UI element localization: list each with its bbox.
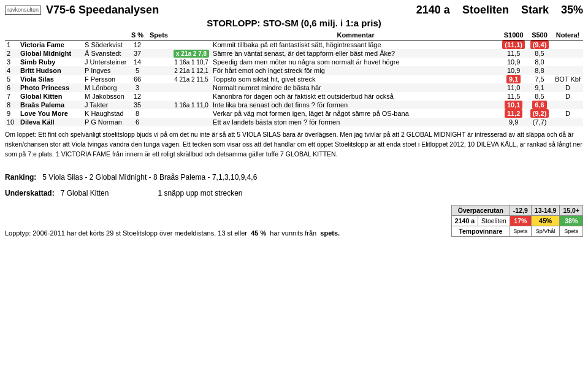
cell-sp: 3 — [129, 83, 146, 92]
overpace-tempo-row: TempovinnareSpetsSp/VhålSpets — [451, 226, 582, 237]
cell-noter — [552, 66, 583, 75]
cell-name: Viola Silas — [18, 75, 83, 83]
cell-badge — [172, 109, 211, 118]
cell-badge — [172, 118, 211, 126]
cell-trainer: P G Norman — [83, 118, 129, 126]
cell-s500: 7,5 — [527, 75, 552, 83]
cell-sp: 35 — [129, 101, 146, 109]
cell-noter: BOT Kbf — [552, 75, 583, 83]
s500-score: 7,5 — [535, 75, 544, 83]
s500-score: 8,5 — [535, 93, 544, 100]
cell-s1000: 11,5 — [500, 49, 527, 58]
col-header-sp: S % — [129, 31, 146, 40]
cell-nr: 1 — [5, 40, 18, 50]
cell-noter: D — [552, 83, 583, 92]
underskattad-value: 7 Global Kitten — [61, 189, 109, 197]
col-header-comment: Kommentar — [211, 31, 500, 40]
cell-nr: 6 — [5, 83, 18, 92]
table-row: 5Viola SilasF Persson664 21a 2 11,5Topps… — [5, 75, 583, 83]
cell-spets — [146, 118, 172, 126]
cell-s1000: 9,1 — [500, 75, 527, 83]
cell-comment: Toppsto som siktat hit, givet streck — [211, 75, 500, 83]
cell-s500: 8,0 — [527, 58, 552, 66]
cell-spets — [146, 101, 172, 109]
ranking-value: 5 Viola Silas - 2 Global Midnight - 8 Br… — [42, 173, 257, 182]
s1000-score: 9,9 — [509, 118, 518, 126]
cell-badge: 1 16a 1 10,7 — [172, 58, 211, 66]
col-header-badge — [172, 31, 211, 40]
cell-s1000: 11,5 — [500, 92, 527, 101]
table-row: 4Britt HudsonP Ingves52 21a 1 12,1För hå… — [5, 66, 583, 75]
cell-spets — [146, 40, 172, 50]
cell-noter: D — [552, 92, 583, 101]
analysis-table: S % Spets Kommentar S1000 S500 Notera! 1… — [5, 31, 583, 126]
s500-score: (9,4) — [530, 40, 549, 49]
cell-comment: Ett av landets bästa ston men ? för form… — [211, 118, 500, 126]
cell-comment: Kommit tillbaka på ett fantastiskt sätt,… — [211, 40, 500, 50]
cell-s1000: 10,9 — [500, 66, 527, 75]
cell-sp: 8 — [129, 109, 146, 118]
cell-s500: (9,2) — [527, 109, 552, 118]
col-header-noter: Notera! — [552, 31, 583, 40]
cell-sp: 5 — [129, 66, 146, 75]
s500-score: 9,1 — [535, 84, 544, 91]
cell-s500: (9,4) — [527, 40, 552, 50]
badge: 2 21a 1 12,1 — [174, 67, 208, 74]
cell-nr: 7 — [5, 92, 18, 101]
cell-name: Dileva Käll — [18, 118, 83, 126]
lopptyp-bold2: spets. — [320, 229, 340, 237]
s1000-score: 10,9 — [507, 58, 520, 66]
table-row: 7Global KittenM Jakobsson12Kanonbra för … — [5, 92, 583, 101]
overpace-row2-subcol: Spets — [510, 226, 531, 237]
col-header-trainer — [83, 31, 129, 40]
cell-nr: 8 — [5, 101, 18, 109]
storlopp-header: STORLOPP: STO-SM (0,6 milj. i 1:a pris) — [5, 18, 583, 28]
bottom-row: Lopptyp: 2006-2011 har det körts 29 st S… — [5, 205, 583, 237]
cell-noter — [552, 49, 583, 58]
overpace-data-row: 2140 aStoeliten17%45%38% — [451, 216, 582, 226]
badge: 1 16a 1 11,0 — [174, 102, 208, 109]
overpace-row2-subcol: Sp/Vhål — [531, 226, 560, 237]
cell-nr: 10 — [5, 118, 18, 126]
s500-score: 8,8 — [535, 67, 544, 74]
cell-comment: Normalt numret mindre de bästa här — [211, 83, 500, 92]
overpace-row1-val: 17% — [510, 216, 531, 226]
overpace-container: Överpacerutan-12,913-14,915,0+2140 aStoe… — [451, 205, 583, 237]
cell-noter — [552, 40, 583, 50]
overpace-col-header: 15,0+ — [560, 205, 583, 216]
cell-comment: Kanonbra för dagen och är faktiskt ett o… — [211, 92, 500, 101]
table-row: 1Victoria FameS Söderkvist12Kommit tillb… — [5, 40, 583, 50]
overpace-title: Överpacerutan — [451, 205, 510, 216]
s1000-score: 11,5 — [507, 50, 520, 57]
cell-comment: Speedig dam men möter nu några som norma… — [211, 58, 500, 66]
s500-score: 8,5 — [535, 50, 544, 57]
cell-sp: 12 — [129, 92, 146, 101]
cell-s1000: 10,9 — [500, 58, 527, 66]
cell-name: Global Midnight — [18, 49, 83, 58]
underskattad-extra: 1 snäpp upp mot strecken — [158, 189, 242, 197]
cell-sp: 6 — [129, 118, 146, 126]
lopptyp-bold1: 45 % — [251, 229, 266, 237]
cell-s1000: 11,2 — [500, 109, 527, 118]
cell-trainer: M Lönborg — [83, 83, 129, 92]
badge: 1 16a 1 10,7 — [174, 59, 208, 66]
s500-score: 8,0 — [535, 58, 544, 66]
overpace-table: Överpacerutan-12,913-14,915,0+2140 aStoe… — [451, 205, 583, 237]
cell-spets — [146, 58, 172, 66]
cell-s500: 6,6 — [527, 101, 552, 109]
logo: ravkonsulten — [5, 6, 41, 15]
cell-sp: 14 — [129, 58, 146, 66]
cell-spets — [146, 75, 172, 83]
cell-s1000: 9,9 — [500, 118, 527, 126]
cell-spets — [146, 49, 172, 58]
cell-badge — [172, 83, 211, 92]
cell-comment: Inte lika bra senast och det finns ? för… — [211, 101, 500, 109]
cell-nr: 4 — [5, 66, 18, 75]
cell-badge — [172, 40, 211, 50]
table-row: 3Simb RubyJ Untersteiner141 16a 1 10,7Sp… — [5, 58, 583, 66]
cell-s500: 8,8 — [527, 66, 552, 75]
cell-name: Love You More — [18, 109, 83, 118]
cell-trainer: P Ingves — [83, 66, 129, 75]
s1000-score: 10,9 — [507, 67, 520, 74]
cell-sp: 37 — [129, 49, 146, 58]
